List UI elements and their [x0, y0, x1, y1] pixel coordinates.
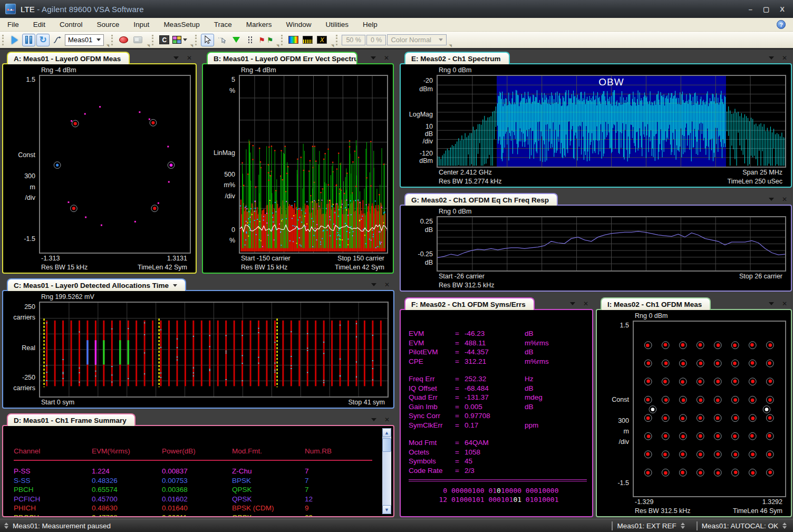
y-axis-label: /div [619, 439, 629, 446]
panel-i-tab[interactable]: I: Meas02 - Ch1 OFDM Meas [601, 297, 711, 310]
scrollbar-thumb[interactable] [382, 438, 391, 452]
menu-item-edit[interactable]: Edit [33, 21, 45, 28]
group-drag-handle[interactable] [195, 35, 197, 45]
group-drag-handle[interactable] [111, 35, 113, 45]
panel-i-plot[interactable] [633, 321, 786, 497]
panel-a-close-button[interactable]: ✕ [187, 54, 192, 62]
menu-item-markers[interactable]: Markers [246, 21, 272, 28]
trigger-button[interactable] [51, 34, 64, 46]
spectrum-display-button[interactable] [301, 34, 314, 46]
table-cell: PCFICH [14, 495, 92, 505]
color-spectrogram-button[interactable] [287, 34, 300, 46]
group-drag-handle[interactable] [152, 35, 154, 45]
scroll-up-button[interactable]: ▲ [382, 428, 391, 437]
panel-b-plot[interactable] [239, 75, 388, 254]
table-header-rule [14, 460, 372, 461]
restart-icon: ↻ [39, 35, 46, 44]
status-spinner[interactable] [4, 523, 8, 529]
panel-c-minimize-button[interactable] [371, 283, 376, 286]
panel-i-minimize-button[interactable] [769, 302, 774, 305]
panel-i-close-button[interactable]: ✕ [782, 300, 787, 307]
record-button[interactable] [117, 34, 130, 46]
panel-f-tab[interactable]: F: Meas02 - Ch1 OFDM Syms/Errs [404, 297, 535, 310]
readout-row: Symbols=45 [409, 457, 589, 466]
color-mode-value: Color Normal [391, 36, 431, 44]
marker-to-peak-button[interactable] [215, 34, 228, 46]
red-flag-icon: ⚑ [258, 36, 265, 44]
play-button[interactable] [8, 34, 21, 46]
menu-item-trace[interactable]: Trace [214, 21, 232, 28]
panel-a-plot[interactable] [39, 75, 191, 254]
band-marker-button[interactable] [244, 34, 257, 46]
panel-b-y-axis: 5%LinMag500m%/div0% [204, 75, 239, 254]
panel-b-tab[interactable]: B: Meas01 - Layer0 OFDM Err Vect Spectru… [207, 52, 357, 64]
panel-b-minimize-button[interactable] [371, 56, 376, 60]
readout-u: m%rms [513, 339, 589, 347]
panel-b-close-button[interactable]: ✕ [384, 54, 389, 62]
trace-c-button[interactable]: C [158, 34, 171, 46]
panel-e-plot[interactable]: OBW [437, 75, 786, 168]
measurement-select[interactable]: Meas01 [65, 34, 104, 46]
readout-u: dB [513, 330, 589, 337]
status-spinner[interactable] [681, 523, 685, 529]
panel-f-minimize-button[interactable] [570, 302, 575, 305]
table-cell: 0.48326 [92, 477, 162, 486]
flag-markers-button[interactable]: ⚑⚑ [258, 34, 274, 46]
y-axis-label: -1.5 [24, 236, 35, 243]
window-layout-button[interactable] [172, 34, 188, 46]
menu-item-help[interactable]: Help [363, 21, 378, 28]
panel-e-tab[interactable]: E: Meas02 - Ch1 Spectrum [404, 52, 510, 64]
panel-c-close-button[interactable]: ✕ [384, 281, 390, 288]
status-spinner[interactable] [782, 523, 787, 529]
panel-e-close-button[interactable]: ✕ [782, 54, 787, 62]
menu-item-utilities[interactable]: Utilities [325, 21, 349, 28]
panel-d-tab[interactable]: D: Meas01 - Ch1 Frame Summary [7, 413, 136, 426]
eye-diagram-button[interactable]: X [315, 34, 328, 46]
transparency-50-button[interactable]: 50 % [342, 35, 365, 45]
panel-g-close-button[interactable]: ✕ [782, 196, 787, 203]
menu-item-meassetup[interactable]: MeasSetup [163, 21, 199, 28]
panel-b-title: B: Meas01 - Layer0 OFDM Err Vect Spectru… [214, 55, 357, 63]
window-title-app: LTE [21, 5, 35, 14]
panel-d-frame-summary: D: Meas01 - Ch1 Frame Summary ✕ ChannelE… [2, 413, 394, 517]
panel-g-plot[interactable] [437, 216, 786, 272]
close-button[interactable]: X [780, 5, 785, 13]
group-drag-handle[interactable] [336, 35, 338, 45]
playback-display-button[interactable] [131, 34, 144, 46]
readout-u: ppm [513, 421, 589, 429]
panel-a-tab[interactable]: A: Meas01 - Layer0 OFDM Meas [7, 52, 130, 64]
peak-marker-button[interactable] [229, 34, 243, 46]
group-drag-handle[interactable] [2, 35, 4, 45]
menu-item-control[interactable]: Control [60, 21, 83, 28]
menu-item-source[interactable]: Source [97, 21, 120, 28]
y-axis-label: % [229, 237, 235, 244]
panel-f-close-button[interactable]: ✕ [583, 300, 588, 307]
scroll-down-button[interactable]: ▼ [382, 505, 391, 514]
group-drag-handle[interactable] [281, 35, 283, 45]
maximize-button[interactable]: ▢ [763, 5, 769, 13]
menu-item-file[interactable]: File [7, 21, 19, 28]
panel-g-tab[interactable]: G: Meas02 - Ch1 OFDM Eq Ch Freq Resp [404, 193, 558, 206]
panel-e-minimize-button[interactable] [769, 56, 774, 60]
pointer-button[interactable] [201, 34, 214, 46]
readout-u: dB [513, 384, 589, 392]
menu-item-window[interactable]: Window [286, 21, 311, 28]
y-axis-label: % [229, 88, 235, 94]
panel-c-plot[interactable] [39, 302, 389, 398]
panel-g-minimize-button[interactable] [769, 198, 774, 201]
readout-v: -44.357 [465, 348, 513, 356]
minimize-button[interactable]: – [749, 5, 752, 13]
toolbar: ↻ Meas01 C ⚑⚑ X 50 % 0 % Color [0, 32, 793, 50]
panel-d-close-button[interactable]: ✕ [384, 416, 390, 423]
panel-c-tab[interactable]: C: Meas01 - Layer0 Detected Allocations … [7, 278, 186, 291]
panel-a-minimize-button[interactable] [173, 56, 179, 60]
transparency-0-button[interactable]: 0 % [366, 35, 386, 45]
vertical-scrollbar[interactable]: ▲ ▼ [382, 428, 391, 514]
color-mode-select[interactable]: Color Normal [387, 34, 447, 45]
restart-button[interactable]: ↻ [36, 34, 50, 46]
help-icon[interactable]: ? [777, 20, 786, 29]
pause-button[interactable] [22, 34, 35, 46]
panel-d-minimize-button[interactable] [371, 418, 376, 421]
menu-item-input[interactable]: Input [133, 21, 149, 28]
y-axis-label: dBm [419, 158, 433, 165]
